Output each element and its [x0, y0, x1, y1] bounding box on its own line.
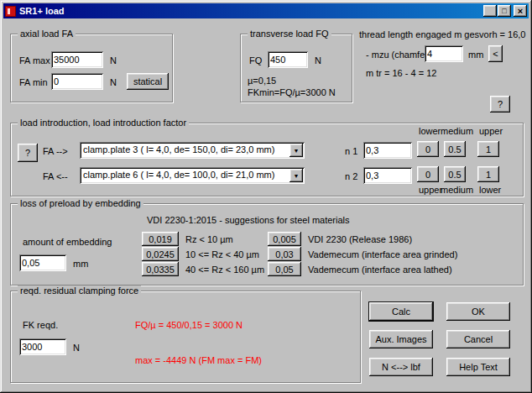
- ok-button[interactable]: OK: [446, 302, 510, 321]
- n1-lower-button[interactable]: 0: [417, 141, 439, 157]
- chevron-down-icon[interactable]: ▼: [289, 169, 303, 182]
- fk-reqd-label: FK reqd.: [23, 320, 58, 330]
- fm-max-text: max = -4449 N (FM max = FM): [135, 355, 262, 365]
- thread-length-text: thread length engaged m gesvorh = 16,0: [359, 29, 525, 39]
- axial-load-group: axial load FA FA max N FA min N statical: [10, 34, 173, 102]
- mzu-decrease-button[interactable]: <: [488, 45, 503, 62]
- transverse-load-group: transverse load FQ FQ N µ=0,15 FKmin=FQ/…: [240, 34, 352, 102]
- transverse-load-group-title: transverse load FQ: [248, 29, 331, 39]
- aux-images-button[interactable]: Aux. Images: [369, 330, 433, 348]
- fa-max-label: FA max: [19, 55, 50, 66]
- fa-direction-label-1: FA -->: [43, 146, 68, 156]
- header-label-medium: medium: [441, 126, 473, 136]
- mzu-unit: mm: [468, 50, 483, 60]
- embedding-suggestion-label-r2c2: Vademecum (interface area grinded): [308, 249, 457, 259]
- amount-of-embedding-input[interactable]: [19, 254, 66, 271]
- clamp-plate-selected-2: clamp.plate 6 ( l= 4,0, de= 100,0, di= 2…: [80, 167, 288, 184]
- footer-label-lower: lower: [479, 185, 501, 195]
- fa-max-unit: N: [110, 55, 117, 66]
- n2-input[interactable]: [363, 167, 412, 184]
- embedding-suggestion-button-r1c2[interactable]: 0,005: [268, 232, 301, 246]
- help-question-button-top[interactable]: ?: [490, 96, 510, 113]
- maximize-icon: □: [502, 7, 506, 15]
- clamp-plate-selected-1: clamp.plate 3 ( l= 4,0, de= 150,0, di= 2…: [80, 142, 288, 159]
- n1-label: n 1: [345, 146, 357, 156]
- embedding-suggestion-button-r2c1[interactable]: 0,0245: [142, 247, 179, 261]
- mu-value-text: µ=0,15: [248, 76, 276, 86]
- calc-button[interactable]: Calc: [369, 302, 433, 321]
- chevron-down-icon[interactable]: ▼: [289, 144, 303, 157]
- embedding-group-title: loss of preload by embedding: [18, 198, 143, 208]
- fkmin-text: FKmin=FQ/µ=3000 N: [248, 87, 336, 97]
- maximize-button[interactable]: □: [498, 5, 511, 17]
- amount-of-embedding-label: amount of embedding: [23, 237, 112, 247]
- header-label-lower: lower: [419, 126, 441, 136]
- n2-label: n 2: [345, 171, 357, 181]
- help-question-button-load-intro[interactable]: ?: [18, 144, 38, 162]
- fa-min-input[interactable]: [51, 73, 103, 90]
- embedding-suggestion-label-r1c2: VDI 2230 (Release 1986): [308, 234, 412, 244]
- fq-label: FQ: [249, 55, 262, 66]
- fq-unit: N: [315, 55, 321, 66]
- embedding-suggestion-label-r1c1: Rz < 10 µm: [185, 234, 233, 244]
- close-icon: ×: [518, 6, 523, 16]
- axial-load-group-title: axial load FA: [18, 29, 76, 39]
- mzu-input[interactable]: [425, 45, 463, 62]
- close-button[interactable]: ×: [514, 5, 527, 17]
- embedding-suggestion-label-r2c1: 10 <= Rz < 40 µm: [185, 249, 259, 259]
- app-icon: [5, 6, 16, 17]
- embedding-suggestion-button-r1c1[interactable]: 0,019: [142, 232, 179, 246]
- footer-label-medium: medium: [441, 185, 473, 195]
- load-introduction-group-title: load introduction, load introduction fac…: [18, 118, 189, 128]
- fk-reqd-unit: N: [73, 343, 80, 353]
- embedding-suggestion-label-r3c1: 40 <= Rz < 160 µm: [185, 265, 264, 275]
- fq-input[interactable]: [268, 51, 308, 68]
- n1-upper-button[interactable]: 1: [477, 141, 499, 157]
- n2-lower-button[interactable]: 0: [417, 166, 439, 182]
- clamp-plate-select-1[interactable]: clamp.plate 3 ( l= 4,0, de= 150,0, di= 2…: [80, 142, 305, 159]
- unit-toggle-button[interactable]: N <--> lbf: [369, 358, 433, 376]
- window-title: SR1+ load: [19, 6, 483, 16]
- fk-reqd-input[interactable]: [19, 338, 66, 355]
- embedding-suggestion-button-r2c2[interactable]: 0,03: [268, 247, 301, 261]
- footer-label-upper: upper: [419, 185, 442, 195]
- n1-input[interactable]: [363, 142, 412, 159]
- embedding-group: loss of preload by embedding VDI 2230-1:…: [10, 203, 524, 286]
- embedding-suggestions-title: VDI 2230-1:2015 - suggestions for steel …: [147, 215, 350, 225]
- header-label-upper: upper: [479, 126, 503, 136]
- help-text-button[interactable]: Help Text: [446, 358, 510, 376]
- n2-medium-button[interactable]: 0.5: [444, 166, 466, 182]
- clamping-force-group: reqd. residual clamping force FK reqd. F…: [10, 291, 361, 383]
- cancel-button[interactable]: Cancel: [446, 330, 510, 348]
- minimize-button[interactable]: _: [483, 5, 497, 17]
- amount-of-embedding-unit: mm: [73, 259, 88, 269]
- fa-min-unit: N: [110, 77, 117, 87]
- clamp-plate-select-2[interactable]: clamp.plate 6 ( l= 4,0, de= 100,0, di= 2…: [80, 167, 305, 184]
- titlebar[interactable]: SR1+ load _ □ ×: [3, 3, 529, 18]
- clamping-force-group-title: reqd. residual clamping force: [18, 286, 141, 296]
- load-introduction-group: load introduction, load introduction fac…: [10, 123, 524, 196]
- statical-button[interactable]: statical: [127, 73, 169, 90]
- n1-medium-button[interactable]: 0.5: [444, 141, 466, 157]
- minimize-icon: _: [488, 11, 492, 16]
- fa-max-input[interactable]: [51, 51, 103, 68]
- n2-upper-button[interactable]: 1: [477, 166, 499, 182]
- dialog-window: SR1+ load _ □ × axial load FA FA max N F…: [0, 0, 532, 393]
- fa-min-label: FA min: [19, 77, 48, 87]
- embedding-suggestion-label-r3c2: Vademecum (interface area lathed): [308, 265, 452, 275]
- embedding-suggestion-button-r3c2[interactable]: 0,05: [268, 262, 301, 276]
- mtr-result-text: m tr = 16 - 4 = 12: [366, 68, 436, 78]
- embedding-suggestion-button-r3c1[interactable]: 0,0335: [142, 262, 179, 276]
- fk-formula-text: FQ/µ = 450/0,15 = 3000 N: [135, 320, 243, 330]
- mzu-label: - mzu (chamfer): [366, 50, 431, 60]
- fa-direction-label-2: FA <--: [43, 171, 68, 181]
